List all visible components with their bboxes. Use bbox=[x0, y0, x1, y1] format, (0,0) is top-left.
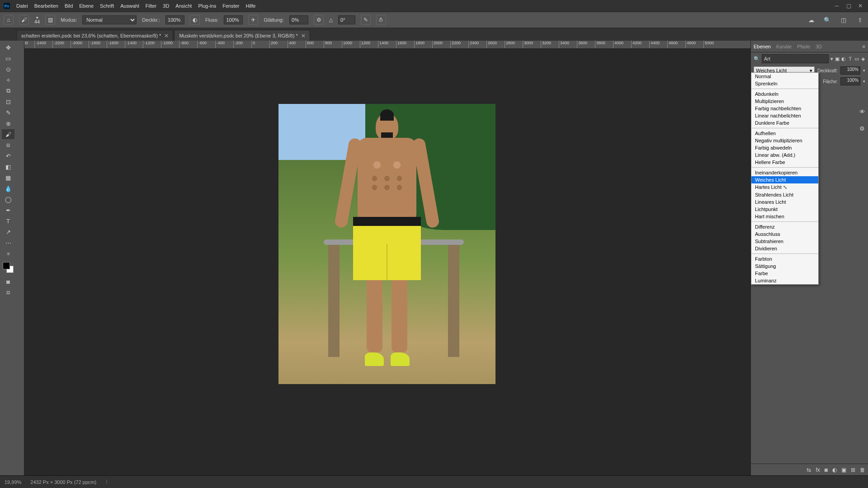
eraser-tool[interactable]: ◧ bbox=[2, 162, 14, 172]
document-tab-1[interactable]: schatten erstellen.psdc bei 23,6% (schat… bbox=[16, 30, 173, 41]
filter-image-icon[interactable]: ▣ bbox=[835, 55, 840, 63]
brush-tool[interactable]: 🖌 bbox=[2, 129, 14, 139]
airbrush-icon[interactable]: ✈ bbox=[248, 15, 258, 25]
blend-option[interactable]: Strahlendes Licht bbox=[751, 191, 818, 198]
blend-option[interactable]: Farbton bbox=[751, 255, 818, 263]
mode-select[interactable]: Normal bbox=[82, 15, 137, 24]
blend-option[interactable]: Sprenkeln bbox=[751, 80, 818, 87]
blend-option[interactable]: Lichtpunkt bbox=[751, 206, 818, 213]
blend-option[interactable]: Abdunkeln bbox=[751, 90, 818, 98]
layer-mask-icon[interactable]: ◙ bbox=[825, 467, 828, 473]
crop-tool[interactable]: ⧉ bbox=[2, 86, 14, 96]
adjustment-layer-icon[interactable]: ◐ bbox=[832, 467, 837, 473]
blend-option[interactable]: Farbig abwedeln bbox=[751, 144, 818, 151]
tab-ebenen[interactable]: Ebenen bbox=[754, 44, 771, 49]
menu-ansicht[interactable]: Ansicht bbox=[175, 3, 192, 9]
tab-pfade[interactable]: Pfade bbox=[797, 44, 810, 49]
brush-panel-icon[interactable]: ▨ bbox=[45, 15, 55, 25]
marquee-tool[interactable]: ▭ bbox=[2, 53, 14, 63]
menu-ebene[interactable]: Ebene bbox=[79, 3, 94, 9]
chevron-down-icon[interactable]: ▾ bbox=[863, 79, 865, 84]
filter-shape-icon[interactable]: ▭ bbox=[854, 55, 859, 63]
opacity-input[interactable] bbox=[165, 15, 184, 24]
blend-option[interactable]: Hart mischen bbox=[751, 213, 818, 220]
menu-plugins[interactable]: Plug-ins bbox=[198, 3, 216, 9]
blend-option[interactable]: Ausschluss bbox=[751, 230, 818, 238]
layer-opacity-value[interactable]: 100% bbox=[840, 66, 860, 75]
workspace-icon[interactable]: ◫ bbox=[839, 15, 848, 24]
screenmode-tool[interactable]: ⧈ bbox=[2, 287, 14, 297]
blend-option[interactable]: Farbig nachbelichten bbox=[751, 105, 818, 112]
minimize-button[interactable]: ─ bbox=[833, 3, 841, 9]
home-icon[interactable]: ⌂ bbox=[4, 15, 14, 25]
menu-3d[interactable]: 3D bbox=[163, 3, 169, 9]
blend-option[interactable]: Weiches Licht bbox=[751, 176, 818, 183]
blend-option[interactable]: Linear nachbelichten bbox=[751, 112, 818, 119]
blend-option[interactable]: Dividieren bbox=[751, 245, 818, 252]
ellipsis-tool[interactable]: ⋯ bbox=[2, 238, 14, 248]
panel-menu-icon[interactable]: ≡ bbox=[863, 44, 865, 49]
tab-3d[interactable]: 3D bbox=[816, 44, 822, 49]
pressure-size-icon[interactable]: ✎ bbox=[361, 15, 371, 25]
close-button[interactable]: ✕ bbox=[856, 3, 864, 9]
filter-smart-icon[interactable]: ◈ bbox=[861, 55, 865, 63]
eyedropper-tool[interactable]: ✎ bbox=[2, 108, 14, 117]
smoothing-input[interactable] bbox=[289, 15, 308, 24]
menu-bearbeiten[interactable]: Bearbeiten bbox=[34, 3, 58, 9]
delete-layer-icon[interactable]: 🗑 bbox=[860, 467, 865, 473]
blend-option[interactable]: Farbe bbox=[751, 270, 818, 277]
color-swatches[interactable] bbox=[3, 262, 14, 273]
quickmask-tool[interactable]: ◙ bbox=[2, 277, 14, 286]
document-tab-2[interactable]: Muskeln verstärken.psdc bei 20% (Ebene 3… bbox=[174, 30, 310, 41]
blend-option[interactable]: Normal bbox=[751, 73, 818, 80]
foreground-background-swap[interactable]: ⤭ bbox=[2, 249, 14, 258]
history-brush-tool[interactable]: ↶ bbox=[2, 151, 14, 161]
adjust-icon[interactable]: ⚙ bbox=[859, 125, 865, 132]
zoom-level[interactable]: 19,99% bbox=[5, 479, 21, 485]
layer-filter-input[interactable] bbox=[762, 54, 829, 63]
share-icon[interactable]: ⇧ bbox=[855, 15, 864, 24]
chevron-down-icon[interactable]: ▾ bbox=[830, 56, 833, 62]
tab-kanaele[interactable]: Kanäle bbox=[776, 44, 792, 49]
blend-option[interactable]: Dunklere Farbe bbox=[751, 119, 818, 127]
brush-size-value[interactable]: 44 bbox=[34, 20, 40, 24]
close-icon[interactable] bbox=[302, 34, 305, 38]
symmetry-icon[interactable]: ⫛ bbox=[376, 15, 386, 25]
search-icon[interactable]: 🔍 bbox=[823, 15, 832, 24]
filter-adjust-icon[interactable]: ◐ bbox=[841, 55, 846, 63]
blend-option[interactable]: Hellere Farbe bbox=[751, 159, 818, 166]
lasso-tool[interactable]: ⊙ bbox=[2, 64, 14, 74]
dodge-tool[interactable]: ◯ bbox=[2, 194, 14, 204]
pressure-opacity-icon[interactable]: ◐ bbox=[190, 15, 200, 25]
healing-tool[interactable]: ⊕ bbox=[2, 118, 14, 128]
blend-option[interactable]: Ineinanderkopieren bbox=[751, 169, 818, 176]
blend-option[interactable]: Negativ multiplizieren bbox=[751, 137, 818, 144]
canvas-image[interactable] bbox=[278, 104, 495, 384]
horizontal-ruler[interactable]: -2600-2400-2200-2000-1800-1600-1400-1200… bbox=[16, 41, 750, 49]
blend-mode-dropdown[interactable]: NormalSprenkelnAbdunkelnMultiplizierenFa… bbox=[751, 72, 819, 285]
menu-hilfe[interactable]: Hilfe bbox=[245, 3, 255, 9]
blend-option[interactable]: Sättigung bbox=[751, 263, 818, 270]
menu-bild[interactable]: Bild bbox=[65, 3, 73, 9]
type-tool[interactable]: T bbox=[2, 216, 14, 226]
cloud-icon[interactable]: ☁ bbox=[807, 15, 816, 24]
frame-tool[interactable]: ⊡ bbox=[2, 97, 14, 107]
brush-tool-icon[interactable]: 🖌 bbox=[19, 15, 29, 25]
pen-tool[interactable]: ✒ bbox=[2, 205, 14, 215]
filter-type-icon[interactable]: T bbox=[848, 55, 852, 63]
group-icon[interactable]: ▣ bbox=[841, 467, 846, 473]
gradient-tool[interactable]: ▦ bbox=[2, 173, 14, 183]
layer-fill-value[interactable]: 100% bbox=[840, 77, 860, 85]
status-arrow-icon[interactable]: 〉 bbox=[105, 479, 110, 485]
blend-option[interactable]: Luminanz bbox=[751, 277, 818, 284]
layer-fx-icon[interactable]: fx bbox=[816, 467, 820, 473]
blend-option[interactable]: Hartes Licht ⤡ bbox=[751, 183, 818, 191]
blend-option[interactable]: Multiplizieren bbox=[751, 98, 818, 105]
blur-tool[interactable]: 💧 bbox=[2, 183, 14, 193]
blend-option[interactable]: Linear abw. (Add.) bbox=[751, 151, 818, 159]
blend-option[interactable]: Subtrahieren bbox=[751, 238, 818, 245]
menu-filter[interactable]: Filter bbox=[146, 3, 156, 9]
path-tool[interactable]: ↗ bbox=[2, 227, 14, 237]
blend-option[interactable]: Aufhellen bbox=[751, 130, 818, 137]
magic-wand-tool[interactable]: ✧ bbox=[2, 75, 14, 85]
